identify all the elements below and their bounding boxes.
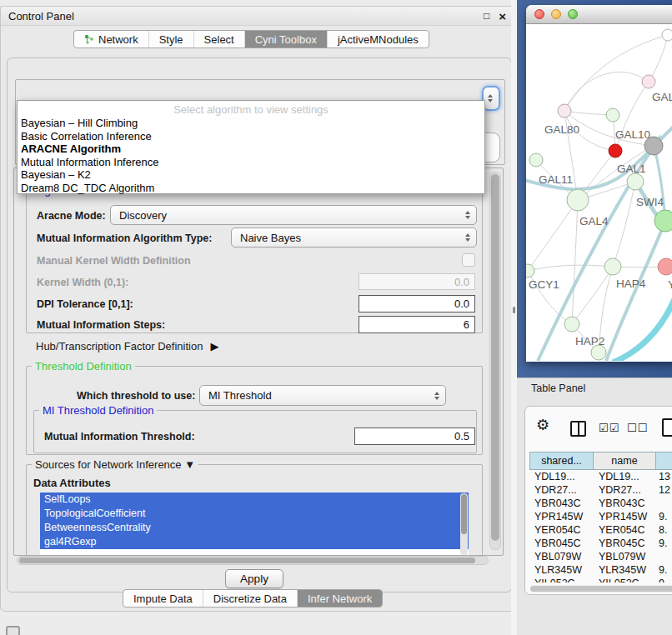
control-panel-tabs: Network Style Select Cyni Toolbox jActiv… — [73, 30, 429, 48]
deselect-columns-icon[interactable]: ☐☐ — [627, 422, 648, 434]
which-threshold-combo[interactable]: MI Threshold — [199, 385, 446, 406]
tab-impute-data[interactable]: Impute Data — [123, 590, 203, 607]
node-gal4[interactable] — [567, 189, 589, 211]
aracne-mode-combo[interactable]: Discovery — [110, 205, 477, 225]
zoom-traffic-light-icon[interactable] — [568, 9, 578, 19]
algorithm-option[interactable]: Basic Correlation Inference — [18, 130, 484, 143]
tab-cyni-toolbox[interactable]: Cyni Toolbox — [244, 31, 327, 48]
cell: YBR045C — [594, 537, 656, 550]
mi-threshold-group-title: MI Threshold Definition — [39, 404, 157, 417]
algorithm-option[interactable]: Dream8 DC_TDC Algorithm — [18, 182, 484, 195]
tab-style[interactable]: Style — [148, 31, 193, 48]
panel-splitter[interactable] — [511, 0, 517, 635]
algorithm-option[interactable]: Bayesian – Hill Climbing — [18, 117, 484, 130]
dpi-tolerance-label: DPI Tolerance [0,1]: — [37, 298, 133, 310]
network-icon — [84, 34, 94, 44]
algorithm-dropdown-popup: Select algorithm to view settings Bayesi… — [17, 100, 485, 194]
tab-select[interactable]: Select — [193, 31, 244, 48]
settings-vertical-scrollbar[interactable] — [489, 172, 501, 550]
cell: 9. — [656, 563, 672, 577]
network-canvas[interactable]: GAL GAL80 GAL10 GAL1 GAL11 SWI4 GAL4 GCY… — [526, 24, 672, 361]
tab-jactivemnodules[interactable]: jActiveMNodules — [327, 31, 429, 48]
split-columns-icon[interactable] — [570, 421, 586, 437]
cell: YPR145W — [594, 510, 656, 523]
tab-impute-data-label: Impute Data — [133, 592, 193, 605]
tab-network[interactable]: Network — [74, 31, 148, 48]
table-row[interactable]: YLR345WYLR345W9. — [529, 563, 672, 577]
network-graph: GAL GAL80 GAL10 GAL1 GAL11 SWI4 GAL4 GCY… — [526, 24, 672, 361]
table-row[interactable]: YIL052CYIL052C9 — [529, 577, 672, 582]
apply-button[interactable]: Apply — [225, 569, 283, 588]
dpi-tolerance-field[interactable]: 0.0 — [359, 295, 475, 312]
table-row[interactable]: YER054CYER054C8. — [529, 523, 672, 537]
node-gal11[interactable] — [529, 153, 543, 167]
table-row[interactable]: YDR27...YDR27...12 — [529, 483, 672, 497]
tab-discretize-data[interactable]: Discretize Data — [203, 590, 297, 607]
tab-infer-network[interactable]: Infer Network — [297, 590, 382, 607]
column-header-name[interactable]: name — [594, 452, 656, 470]
node-gal10[interactable] — [606, 108, 619, 122]
attribute-item-selected[interactable]: gal4RGexp — [40, 535, 469, 549]
which-threshold-value: MI Threshold — [208, 389, 272, 402]
algorithm-option[interactable]: Bayesian – K2 — [18, 168, 484, 182]
minimize-traffic-light-icon[interactable] — [551, 9, 561, 19]
gear-icon[interactable]: ⚙ — [536, 418, 549, 432]
attributes-scrollbar[interactable] — [460, 493, 468, 555]
algorithm-option[interactable]: Mutual Information Inference — [18, 156, 484, 169]
tab-discretize-data-label: Discretize Data — [213, 592, 287, 605]
cell: 13 — [656, 470, 672, 483]
mi-steps-field[interactable]: 6 — [359, 316, 475, 333]
table-row[interactable]: YPR145WYPR145W9. — [529, 510, 672, 523]
cell: YBR043C — [529, 497, 594, 510]
cell: YER054C — [529, 523, 594, 537]
mi-threshold-field[interactable]: 0.5 — [354, 428, 475, 445]
mi-threshold-label: Mutual Information Threshold: — [44, 431, 195, 442]
mi-type-value: Naive Bayes — [240, 232, 301, 244]
node-gal1-red[interactable] — [609, 144, 622, 158]
node-gcy1[interactable] — [526, 264, 534, 278]
close-icon[interactable]: × — [499, 10, 506, 22]
node-salmon[interactable] — [658, 258, 672, 275]
table-row[interactable]: YBR043CYBR043C — [529, 497, 672, 510]
node-bright-green[interactable] — [654, 210, 672, 232]
manual-kernel-checkbox[interactable] — [462, 253, 475, 267]
table-row[interactable]: YDL19...YDL19...13 — [529, 470, 672, 483]
column-header-shared-name[interactable]: shared... — [529, 452, 594, 470]
threshold-definition-title: Threshold Definition — [32, 360, 135, 372]
table-row[interactable]: YBR045CYBR045C9. — [529, 537, 672, 550]
table-row[interactable]: YBL079WYBL079W — [529, 550, 672, 563]
table-horizontal-scrollbar[interactable] — [530, 585, 672, 592]
node-hap2[interactable] — [564, 317, 579, 332]
label-swi4: SWI4 — [636, 196, 664, 208]
attribute-item-selected[interactable]: SelfLoops — [40, 492, 469, 507]
splitter-handle[interactable] — [513, 307, 515, 313]
cell — [656, 550, 672, 563]
float-window-icon[interactable]: □ — [484, 11, 489, 21]
bottom-left-mini-button[interactable] — [6, 626, 20, 635]
document-icon[interactable] — [662, 418, 672, 437]
cell: 12 — [656, 483, 672, 497]
mi-type-combo[interactable]: Naive Bayes — [231, 228, 477, 248]
node-partial-top[interactable] — [662, 29, 672, 41]
node-hap4[interactable] — [604, 258, 621, 275]
node-gal-top[interactable] — [642, 75, 655, 88]
hub-definition-toggle[interactable]: Hub/Transcription Factor Definition ▶ — [36, 340, 218, 352]
tab-infer-network-label: Infer Network — [308, 592, 372, 605]
label-gal80: GAL80 — [544, 123, 579, 136]
hub-definition-label: Hub/Transcription Factor Definition — [36, 340, 203, 352]
label-gal: GAL — [652, 91, 672, 103]
node-gal80[interactable] — [558, 104, 571, 118]
algorithm-definition-group: Algorithm Definition Aracne Mode: Discov… — [26, 190, 483, 333]
sources-group-title[interactable]: Sources for Network Inference ▼ — [32, 458, 198, 471]
control-panel-window: Control Panel □ × gal-filtered sif defau… — [0, 6, 517, 612]
node-swi4[interactable] — [627, 173, 644, 190]
column-header-partial[interactable] — [656, 452, 672, 470]
select-columns-icon[interactable]: ☑☑ — [599, 422, 619, 434]
close-traffic-light-icon[interactable] — [534, 9, 544, 19]
cell: YBL079W — [529, 550, 594, 563]
settings-horizontal-scrollbar[interactable] — [17, 556, 489, 565]
attribute-item-selected[interactable]: BetweennessCentrality — [40, 521, 469, 535]
kernel-width-field[interactable]: 0.0 — [359, 273, 475, 290]
attribute-item-selected[interactable]: TopologicalCoefficient — [40, 507, 469, 521]
algorithm-option-selected[interactable]: ARACNE Algorithm — [18, 142, 484, 156]
